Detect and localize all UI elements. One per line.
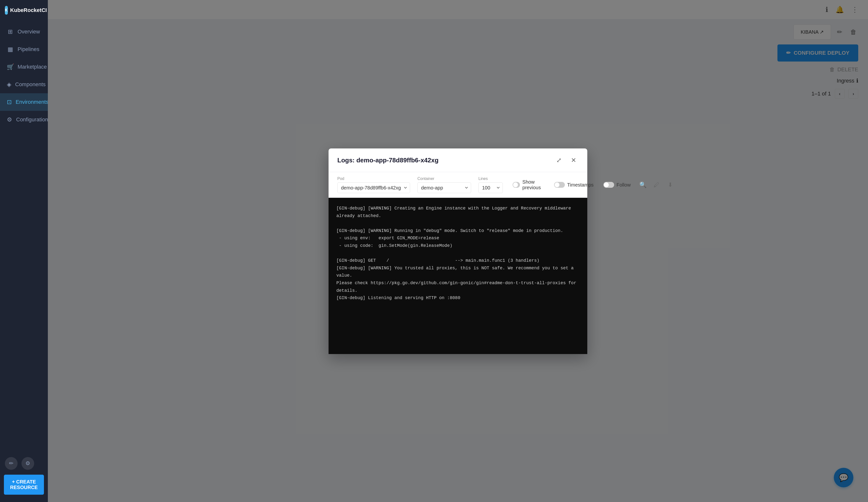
sidebar-logo: K KubeRocketCI (0, 0, 48, 21)
modal-fullscreen-button[interactable]: ⤢ (554, 155, 564, 165)
sidebar: K KubeRocketCI ⊞ Overview ▦ Pipelines 🛒 … (0, 0, 48, 502)
container-label: Container (417, 176, 471, 181)
log-output: [GIN-debug] [WARNING] Creating an Engine… (329, 198, 587, 354)
show-previous-toggle-group: Show previous (513, 179, 544, 191)
sidebar-item-overview[interactable]: ⊞ Overview (0, 23, 48, 41)
sidebar-item-configuration[interactable]: ⚙ Configuration (0, 111, 48, 129)
modal-close-button[interactable]: ✕ (569, 155, 579, 165)
sidebar-item-environments[interactable]: ⊡ Environments (0, 93, 48, 111)
sidebar-bottom-icons: ✏ ⚙ (0, 452, 48, 475)
modal-header-actions: ⤢ ✕ (554, 155, 579, 165)
pod-field: Pod demo-app-78d89ffb6-x42xg (337, 176, 410, 193)
modal-overlay[interactable]: Logs: demo-app-78d89ffb6-x42xg ⤢ ✕ Pod d… (48, 0, 868, 502)
modal-header: Logs: demo-app-78d89ffb6-x42xg ⤢ ✕ (329, 148, 587, 172)
marketplace-icon: 🛒 (7, 63, 14, 70)
pod-select[interactable]: demo-app-78d89ffb6-x42xg (337, 182, 410, 193)
modal-title: Logs: demo-app-78d89ffb6-x42xg (337, 156, 438, 164)
sidebar-nav: ⊞ Overview ▦ Pipelines 🛒 Marketplace ◈ C… (0, 21, 48, 452)
timestamps-label: Timestamps (567, 182, 593, 188)
follow-toggle-group: Follow (603, 182, 631, 188)
lines-select[interactable]: 100 (478, 182, 503, 193)
download-icon-button[interactable]: ⬇ (665, 180, 675, 190)
logo-text: KubeRocketCI (10, 7, 47, 13)
sidebar-item-label-components: Components (15, 81, 46, 88)
timestamps-toggle-group: Timestamps (554, 182, 593, 188)
search-icon-button[interactable]: 🔍 (638, 180, 648, 190)
sidebar-item-components[interactable]: ◈ Components (0, 76, 48, 93)
components-icon: ◈ (7, 81, 11, 88)
lines-label: Lines (478, 176, 503, 181)
sidebar-item-label-marketplace: Marketplace (18, 64, 47, 70)
create-resource-button[interactable]: + CREATE RESOURCE (4, 475, 44, 495)
lines-field: Lines 100 (478, 176, 503, 193)
configuration-icon: ⚙ (7, 116, 12, 123)
bookmark-icon-button[interactable]: 🖊 (652, 180, 661, 190)
environments-icon: ⊡ (7, 99, 12, 105)
sidebar-item-marketplace[interactable]: 🛒 Marketplace (0, 58, 48, 76)
container-field: Container demo-app (417, 176, 471, 193)
edit-icon[interactable]: ✏ (5, 457, 18, 470)
sidebar-item-label-configuration: Configuration (16, 116, 48, 123)
toolbar-icons: 🔍 🖊 ⬇ (638, 180, 675, 190)
logo-icon: K (5, 6, 8, 15)
timestamps-toggle[interactable] (554, 182, 565, 188)
pod-label: Pod (337, 176, 410, 181)
modal-toolbar: Pod demo-app-78d89ffb6-x42xg Container d… (329, 172, 587, 198)
main-content: ℹ 🔔 ⋮ KIBANA ↗ ✏ 🗑 ✏ CONFIGURE DEPLOY 🗑 … (48, 0, 868, 502)
show-previous-toggle[interactable] (513, 182, 520, 188)
follow-toggle[interactable] (603, 182, 614, 188)
logs-modal: Logs: demo-app-78d89ffb6-x42xg ⤢ ✕ Pod d… (329, 148, 587, 354)
sidebar-item-label-pipelines: Pipelines (18, 46, 39, 52)
overview-icon: ⊞ (7, 28, 14, 35)
pipelines-icon: ▦ (7, 46, 14, 53)
container-select[interactable]: demo-app (417, 182, 471, 193)
sidebar-item-pipelines[interactable]: ▦ Pipelines (0, 41, 48, 58)
show-previous-label: Show previous (523, 179, 544, 191)
sidebar-item-label-overview: Overview (18, 29, 40, 35)
settings-icon[interactable]: ⚙ (21, 457, 34, 470)
follow-label: Follow (617, 182, 631, 188)
sidebar-item-label-environments: Environments (16, 99, 49, 105)
